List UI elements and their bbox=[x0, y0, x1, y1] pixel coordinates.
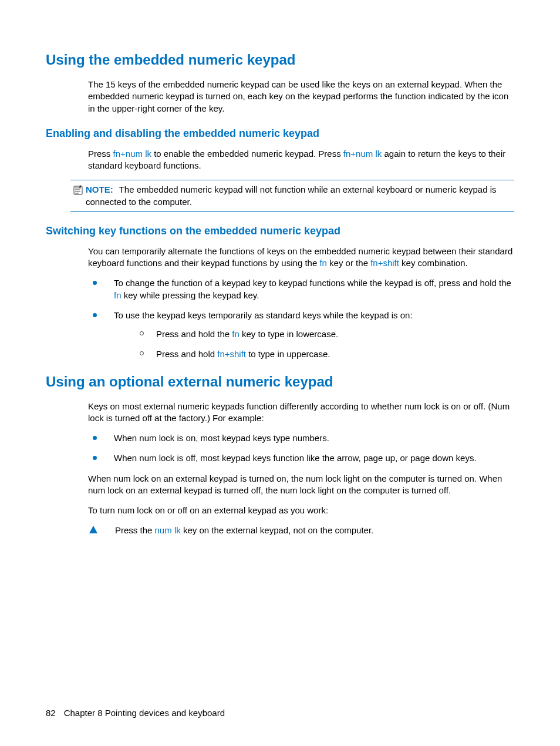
paragraph-turn-numlock: To turn num lock on or off on an externa… bbox=[88, 505, 514, 516]
paragraph-press-fn: Press fn+num lk to enable the embedded n… bbox=[88, 148, 514, 172]
bullet-list-switching: To change the function of a keypad key t… bbox=[88, 277, 514, 360]
note-icon bbox=[70, 184, 86, 196]
page-footer: 82Chapter 8 Pointing devices and keyboar… bbox=[46, 708, 225, 718]
key-fn: fn bbox=[319, 258, 327, 268]
list-item: To change the function of a keypad key t… bbox=[88, 277, 514, 301]
key-fn-3: fn bbox=[232, 329, 239, 339]
heading-enabling: Enabling and disabling the embedded nume… bbox=[46, 127, 514, 140]
svg-marker-1 bbox=[89, 526, 97, 533]
key-numlk: num lk bbox=[155, 525, 181, 535]
key-fn-numlk-2: fn+num lk bbox=[343, 149, 382, 159]
note-label: NOTE: bbox=[86, 184, 113, 194]
key-fn-shift-2: fn+shift bbox=[217, 349, 246, 359]
page-number: 82 bbox=[46, 708, 56, 718]
list-item: Press and hold the fn key to type in low… bbox=[135, 328, 514, 340]
list-item: Press and hold fn+shift to type in upper… bbox=[135, 348, 514, 360]
list-item: When num lock is off, most keypad keys f… bbox=[88, 452, 514, 464]
paragraph-intro: The 15 keys of the embedded numeric keyp… bbox=[88, 79, 514, 115]
triangle-text: Press the num lk key on the external key… bbox=[115, 525, 514, 536]
paragraph-numlock-light: When num lock on an external keypad is t… bbox=[88, 473, 514, 497]
triangle-step: Press the num lk key on the external key… bbox=[88, 525, 514, 536]
heading-external-keypad: Using an optional external numeric keypa… bbox=[46, 374, 514, 390]
document-page: Using the embedded numeric keypad The 15… bbox=[0, 0, 560, 746]
key-fn-2: fn bbox=[114, 290, 122, 300]
key-fn-numlk: fn+num lk bbox=[113, 149, 151, 159]
sub-list: Press and hold the fn key to type in low… bbox=[135, 328, 514, 361]
chapter-title: Chapter 8 Pointing devices and keyboard bbox=[64, 708, 225, 718]
paragraph-switching: You can temporarily alternate the functi… bbox=[88, 246, 514, 270]
list-item: When num lock is on, most keypad keys ty… bbox=[88, 432, 514, 444]
heading-switching: Switching key functions on the embedded … bbox=[46, 225, 514, 237]
note-text: NOTE:The embedded numeric keypad will no… bbox=[86, 184, 514, 208]
triangle-icon bbox=[88, 525, 115, 533]
heading-using-embedded: Using the embedded numeric keypad bbox=[46, 52, 514, 68]
bullet-list-numlock: When num lock is on, most keypad keys ty… bbox=[88, 432, 514, 465]
list-item: To use the keypad keys temporarily as st… bbox=[88, 310, 514, 361]
key-fn-shift: fn+shift bbox=[370, 258, 399, 268]
paragraph-external-intro: Keys on most external numeric keypads fu… bbox=[88, 401, 514, 425]
note-box: NOTE:The embedded numeric keypad will no… bbox=[70, 180, 514, 212]
